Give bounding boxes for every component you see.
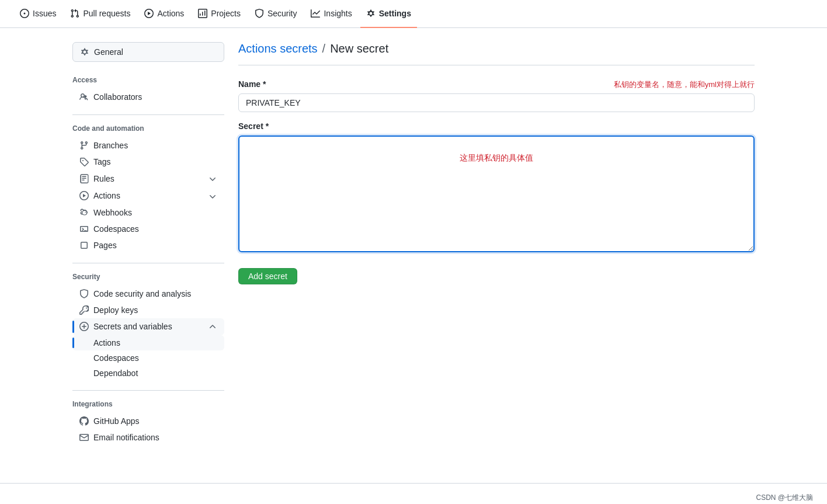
sidebar-general[interactable]: General — [72, 42, 224, 62]
sidebar-sub-actions[interactable]: Actions — [72, 335, 224, 350]
secret-label: Secret * — [238, 121, 755, 131]
chevron-down-icon — [208, 173, 217, 183]
sidebar-sub-dependabot[interactable]: Dependabot — [72, 366, 224, 381]
shield-sidebar-icon — [79, 289, 89, 298]
sidebar-item-email-notifications[interactable]: Email notifications — [72, 429, 224, 446]
sidebar-item-actions[interactable]: Actions — [72, 187, 224, 204]
sidebar-section-integrations: Integrations — [72, 395, 224, 411]
secret-textarea[interactable] — [238, 135, 755, 252]
sidebar-item-github-apps[interactable]: GitHub Apps — [72, 413, 224, 429]
nav-actions[interactable]: Actions — [138, 0, 190, 28]
name-field-group: Name * 私钥的变量名，随意，能和yml对得上就行 — [238, 79, 755, 112]
actions-icon — [144, 9, 154, 18]
top-navigation: Issues Pull requests Actions Projects Se… — [0, 0, 827, 28]
sidebar-item-code-security[interactable]: Code security and analysis — [72, 286, 224, 302]
sidebar-pages-label: Pages — [93, 241, 117, 250]
nav-security-label: Security — [267, 9, 297, 18]
sidebar-actions-label: Actions — [93, 191, 120, 200]
rules-icon — [79, 174, 89, 183]
footer: CSDN @七维大脑 — [0, 483, 827, 504]
sidebar: General Access Collaborators Code and au… — [72, 42, 224, 446]
secret-field-group: Secret * 这里填私钥的具体值 — [238, 121, 755, 254]
divider-code-automation — [72, 263, 224, 263]
sidebar-section-code-automation: Code and automation — [72, 120, 224, 135]
sidebar-sub-codespaces-label: Codespaces — [93, 353, 139, 363]
nav-security-icon — [255, 9, 264, 18]
issues-icon — [20, 9, 29, 18]
plus-circle-icon — [79, 322, 89, 331]
sidebar-codespaces-label: Codespaces — [93, 224, 139, 234]
chevron-down-icon-2 — [208, 190, 217, 200]
projects-icon — [198, 9, 207, 18]
sidebar-collaborators-label: Collaborators — [93, 92, 142, 102]
codespaces-icon — [79, 224, 89, 234]
sidebar-rules-label: Rules — [93, 174, 114, 183]
name-annotation-wrapper: 私钥的变量名，随意，能和yml对得上就行 — [238, 93, 755, 112]
sidebar-secrets-label: Secrets and variables — [93, 322, 172, 331]
sidebar-code-security-label: Code security and analysis — [93, 289, 191, 298]
sidebar-item-codespaces[interactable]: Codespaces — [72, 221, 224, 237]
sidebar-sub-actions-label: Actions — [93, 338, 120, 347]
sidebar-item-webhooks[interactable]: Webhooks — [72, 204, 224, 221]
nav-settings-label: Settings — [379, 9, 411, 18]
divider-access — [72, 114, 224, 115]
sidebar-sub-dependabot-label: Dependabot — [93, 369, 138, 378]
nav-insights[interactable]: Insights — [305, 0, 357, 28]
nav-actions-label: Actions — [157, 9, 184, 18]
nav-insights-label: Insights — [324, 9, 352, 18]
webhook-icon — [79, 208, 89, 217]
sidebar-section-security: Security — [72, 268, 224, 283]
sidebar-item-deploy-keys[interactable]: Deploy keys — [72, 302, 224, 318]
key-icon — [79, 305, 89, 315]
sidebar-item-tags[interactable]: Tags — [72, 154, 224, 170]
github-app-icon — [79, 416, 89, 426]
page-layout: General Access Collaborators Code and au… — [63, 28, 764, 460]
sidebar-item-rules[interactable]: Rules — [72, 170, 224, 187]
nav-issues[interactable]: Issues — [14, 0, 62, 28]
nav-security[interactable]: Security — [249, 0, 303, 28]
divider-security — [72, 390, 224, 391]
nav-pull-requests[interactable]: Pull requests — [64, 0, 136, 28]
insights-icon — [311, 9, 320, 18]
name-input[interactable] — [238, 93, 755, 112]
people-icon — [79, 92, 89, 102]
page-title: New secret — [330, 42, 388, 55]
breadcrumb-separator: / — [322, 42, 326, 55]
settings-icon — [366, 9, 376, 18]
pages-icon — [79, 241, 89, 250]
sidebar-email-notifications-label: Email notifications — [93, 433, 159, 442]
sidebar-sub-codespaces[interactable]: Codespaces — [72, 350, 224, 366]
actions-sidebar-icon — [79, 191, 89, 200]
pull-request-icon — [70, 9, 79, 18]
add-secret-button[interactable]: Add secret — [238, 268, 297, 284]
nav-settings[interactable]: Settings — [360, 0, 417, 28]
sidebar-item-branches[interactable]: Branches — [72, 137, 224, 154]
page-header: Actions secrets / New secret — [238, 42, 755, 65]
name-annotation: 私钥的变量名，随意，能和yml对得上就行 — [614, 79, 755, 90]
sidebar-item-collaborators[interactable]: Collaborators — [72, 89, 224, 105]
sidebar-branches-label: Branches — [93, 141, 128, 150]
breadcrumb-link[interactable]: Actions secrets — [238, 42, 318, 55]
sidebar-github-apps-label: GitHub Apps — [93, 416, 140, 426]
branch-icon — [79, 141, 89, 150]
nav-pull-requests-label: Pull requests — [83, 9, 130, 18]
sidebar-webhooks-label: Webhooks — [93, 208, 132, 217]
chevron-up-icon — [208, 322, 217, 332]
sidebar-tags-label: Tags — [93, 157, 111, 166]
sidebar-section-access: Access — [72, 71, 224, 86]
sidebar-item-pages[interactable]: Pages — [72, 237, 224, 253]
gear-icon — [80, 47, 89, 57]
footer-text: CSDN @七维大脑 — [756, 493, 813, 502]
nav-issues-label: Issues — [33, 9, 56, 18]
nav-projects[interactable]: Projects — [192, 0, 246, 28]
nav-projects-label: Projects — [211, 9, 241, 18]
secret-annotation-wrapper: 这里填私钥的具体值 — [238, 135, 755, 254]
tag-icon — [79, 157, 89, 166]
sidebar-item-secrets-variables[interactable]: Secrets and variables — [72, 318, 224, 335]
sidebar-deploy-keys-label: Deploy keys — [93, 305, 138, 315]
main-content: Actions secrets / New secret Name * 私钥的变… — [238, 42, 755, 446]
mail-icon — [79, 433, 89, 442]
sidebar-general-label: General — [94, 47, 123, 57]
